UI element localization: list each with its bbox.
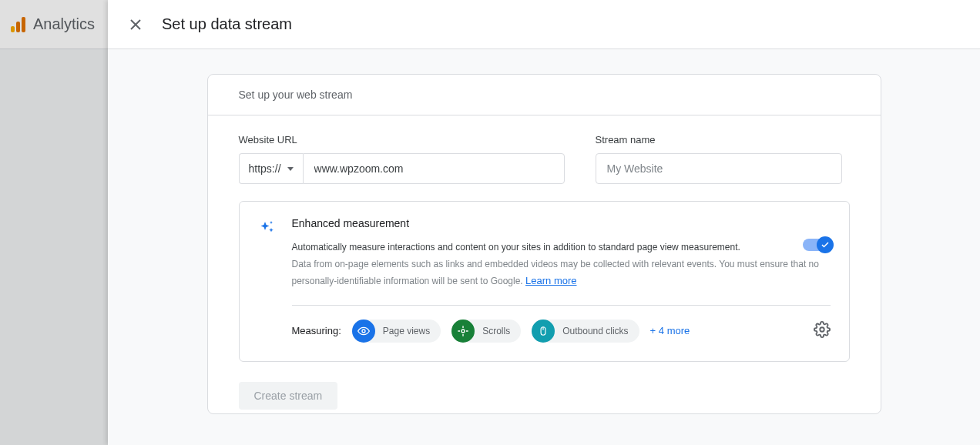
mouse-icon (532, 320, 555, 343)
more-chips-link[interactable]: + 4 more (650, 325, 690, 336)
chevron-down-icon (287, 167, 294, 171)
settings-gear-button[interactable] (814, 321, 831, 341)
sparkle-icon (258, 219, 277, 343)
measuring-chips: Page views Scrolls (352, 320, 690, 343)
slide-panel: Set up data stream Set up your web strea… (108, 0, 980, 445)
measuring-row: Measuring: Page views (292, 320, 831, 343)
enhanced-toggle[interactable] (803, 239, 831, 251)
target-icon (451, 320, 475, 343)
eye-icon (352, 320, 375, 343)
website-url-field: Website URL https:// (239, 134, 565, 184)
panel-header: Set up data stream (108, 0, 980, 49)
card-header: Set up your web stream (208, 75, 881, 115)
chip-label: Outbound clicks (562, 326, 628, 336)
enhanced-description: Automatically measure interactions and c… (292, 240, 831, 255)
chip-scrolls: Scrolls (451, 320, 521, 343)
stream-name-label: Stream name (596, 134, 850, 146)
website-url-label: Website URL (239, 134, 565, 146)
enhanced-title: Enhanced measurement (292, 217, 831, 229)
chip-page-views: Page views (352, 320, 441, 343)
analytics-logo-icon (11, 17, 25, 32)
chip-label: Page views (383, 326, 430, 336)
create-stream-button[interactable]: Create stream (239, 382, 338, 410)
stream-name-field: Stream name (596, 134, 850, 184)
enhanced-note: Data from on-page elements such as links… (292, 256, 831, 289)
protocol-value: https:// (249, 162, 281, 175)
app-backdrop-header: Analytics (0, 0, 108, 49)
learn-more-link[interactable]: Learn more (525, 275, 576, 286)
protocol-dropdown[interactable]: https:// (239, 153, 303, 184)
close-icon[interactable] (126, 15, 145, 34)
website-url-input[interactable] (303, 153, 565, 184)
stream-name-input[interactable] (596, 153, 842, 184)
svg-point-1 (461, 330, 465, 333)
divider (292, 305, 831, 306)
svg-point-4 (820, 327, 824, 332)
enhanced-measurement-box: Enhanced measurement Automatically measu… (239, 201, 850, 362)
app-name: Analytics (33, 15, 95, 33)
setup-card: Set up your web stream Website URL https… (207, 74, 881, 414)
check-icon (817, 236, 834, 253)
chip-outbound-clicks: Outbound clicks (532, 320, 639, 343)
measuring-label: Measuring: (292, 325, 341, 336)
svg-point-0 (362, 330, 365, 333)
panel-title: Set up data stream (162, 15, 292, 33)
panel-body: Set up your web stream Website URL https… (108, 49, 980, 445)
chip-label: Scrolls (482, 326, 510, 336)
field-row: Website URL https:// Stream name (239, 134, 850, 184)
